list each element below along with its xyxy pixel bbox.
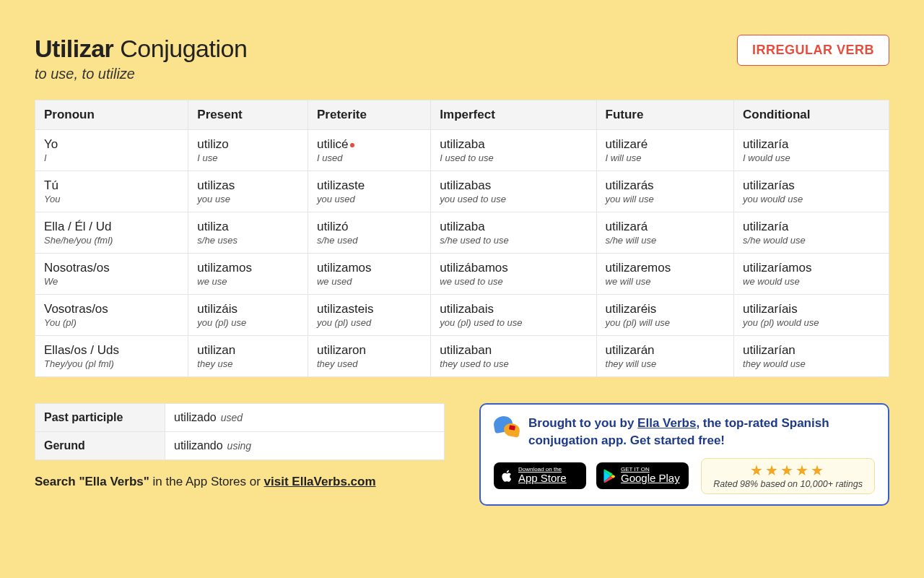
table-row: Ella / Él / UdShe/he/you (fml)utilizas/h… <box>35 212 889 254</box>
conjugation-cell: utilizaremoswe will use <box>596 254 734 295</box>
conjugation-cell: utilizarías/he would use <box>734 212 889 254</box>
conjugation-cell: utilizasyou use <box>188 171 308 212</box>
conjugation-cell: utilizarás/he will use <box>596 212 734 254</box>
conjugation-cell: utilizamoswe used <box>308 254 430 295</box>
promo-text: Brought to you by Ella Verbs, the top-ra… <box>528 415 875 449</box>
table-row: YoIutilizoI useutilicéI usedutilizabaI u… <box>35 130 889 171</box>
ellaverbs-link[interactable]: visit EllaVerbs.com <box>264 475 376 488</box>
pronoun-cell: YoI <box>35 130 188 171</box>
conjugation-cell: utilizabaI used to use <box>431 130 596 171</box>
column-header: Preterite <box>308 100 430 130</box>
conjugation-cell: utilizabas/he used to use <box>431 212 596 254</box>
column-header: Pronoun <box>35 100 188 130</box>
pronoun-cell: Vosotras/osYou (pl) <box>35 295 188 336</box>
ella-verbs-link[interactable]: Ella Verbs <box>637 416 696 430</box>
pronoun-cell: Nosotras/osWe <box>35 254 188 295</box>
conjugation-cell: utilizáisyou (pl) use <box>188 295 308 336</box>
pronoun-cell: Ellas/os / UdsThey/you (pl fml) <box>35 336 188 377</box>
verb-definition: to use, to utilize <box>35 66 247 82</box>
column-header: Present <box>188 100 308 130</box>
app-store-badge[interactable]: Download on the App Store <box>494 462 586 489</box>
conjugation-cell: utilizamoswe use <box>188 254 308 295</box>
conjugation-cell: utilizaríamoswe would use <box>734 254 889 295</box>
star-icons: ★★★★★ <box>713 463 863 478</box>
conjugation-cell: utilizas/he uses <box>188 212 308 254</box>
promo-box: Brought to you by Ella Verbs, the top-ra… <box>479 403 889 506</box>
conjugation-cell: utilizanthey use <box>188 336 308 377</box>
past-participle-value: utilizadoused <box>165 404 445 432</box>
table-row: Nosotras/osWeutilizamoswe useutilizamosw… <box>35 254 889 295</box>
gerund-label: Gerund <box>35 432 165 460</box>
conjugation-cell: utilizós/he used <box>308 212 430 254</box>
conjugation-cell: utilizaríasyou would use <box>734 171 889 212</box>
table-row: TúYouutilizasyou useutilizasteyou usedut… <box>35 171 889 212</box>
past-participle-label: Past participle <box>35 404 165 432</box>
page-title: Utilizar Conjugation <box>35 35 247 63</box>
conjugation-cell: utilizaronthey used <box>308 336 430 377</box>
table-row: Ellas/os / UdsThey/you (pl fml)utilizant… <box>35 336 889 377</box>
conjugation-cell: utilizarásyou will use <box>596 171 734 212</box>
apple-icon <box>500 469 514 483</box>
rating-text: Rated 98% based on 10,000+ ratings <box>713 479 863 489</box>
conjugation-cell: utilicéI used <box>308 130 430 171</box>
conjugation-cell: utilizoI use <box>188 130 308 171</box>
conjugation-cell: utilizasteyou used <box>308 171 430 212</box>
conjugation-cell: utilizabanthey used to use <box>431 336 596 377</box>
ella-verbs-icon <box>494 415 520 441</box>
conjugation-cell: utilizabaisyou (pl) used to use <box>431 295 596 336</box>
conjugation-cell: utilizaríanthey would use <box>734 336 889 377</box>
conjugation-cell: utilizábamoswe used to use <box>431 254 596 295</box>
conjugation-cell: utilizaríaI would use <box>734 130 889 171</box>
google-play-icon <box>602 469 616 483</box>
forms-table: Past participle utilizadoused Gerund uti… <box>35 403 445 460</box>
irregular-dot-icon <box>350 143 354 147</box>
conjugation-cell: utilizaránthey will use <box>596 336 734 377</box>
column-header: Conditional <box>734 100 889 130</box>
column-header: Imperfect <box>431 100 596 130</box>
google-play-badge[interactable]: GET IT ON Google Play <box>596 462 689 489</box>
conjugation-table: PronounPresentPreteriteImperfectFutureCo… <box>35 100 889 377</box>
pronoun-cell: Ella / Él / UdShe/he/you (fml) <box>35 212 188 254</box>
gerund-value: utilizandousing <box>165 432 445 460</box>
title-block: Utilizar Conjugation to use, to utilize <box>35 35 247 82</box>
conjugation-cell: utilizabasyou used to use <box>431 171 596 212</box>
table-row: Vosotras/osYou (pl)utilizáisyou (pl) use… <box>35 295 889 336</box>
conjugation-cell: utilizaríaisyou (pl) would use <box>734 295 889 336</box>
rating-box: ★★★★★ Rated 98% based on 10,000+ ratings <box>701 458 875 494</box>
conjugation-cell: utilizaréisyou (pl) will use <box>596 295 734 336</box>
conjugation-cell: utilizaréI will use <box>596 130 734 171</box>
search-note: Search "Ella Verbs" in the App Stores or… <box>35 475 445 489</box>
pronoun-cell: TúYou <box>35 171 188 212</box>
column-header: Future <box>596 100 734 130</box>
irregular-badge: IRREGULAR VERB <box>737 35 889 66</box>
conjugation-cell: utilizasteisyou (pl) used <box>308 295 430 336</box>
